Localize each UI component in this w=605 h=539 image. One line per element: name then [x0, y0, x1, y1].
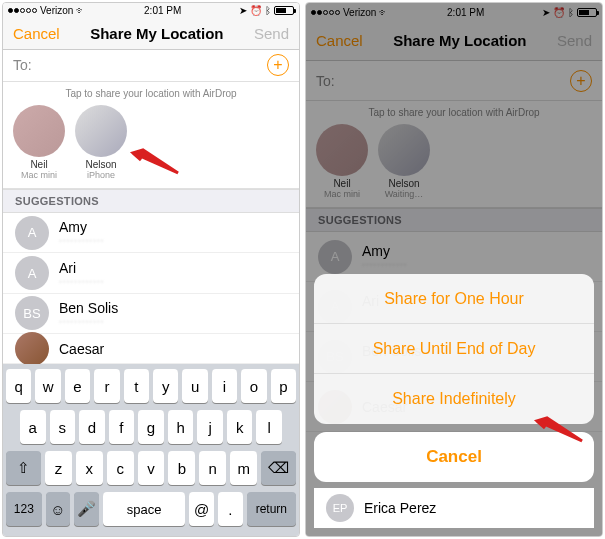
- key-k[interactable]: k: [227, 410, 253, 444]
- contact-row[interactable]: BS Ben Solis············: [3, 294, 299, 334]
- key-j[interactable]: j: [197, 410, 223, 444]
- key-v[interactable]: v: [138, 451, 165, 485]
- bluetooth-icon: ᛒ: [568, 7, 574, 18]
- key-shift[interactable]: ⇧: [6, 451, 41, 485]
- clock-label: 2:01 PM: [447, 7, 484, 18]
- key-e[interactable]: e: [65, 369, 90, 403]
- share-one-hour-button[interactable]: Share for One Hour: [314, 274, 594, 324]
- airdrop-name: Neil: [316, 178, 368, 189]
- alarm-icon: ⏰: [250, 5, 262, 16]
- status-bar: Verizon ᯤ 2:01 PM ➤ ⏰ ᛒ: [3, 3, 299, 17]
- key-mic[interactable]: 🎤: [74, 492, 99, 526]
- key-z[interactable]: z: [45, 451, 72, 485]
- key-r[interactable]: r: [94, 369, 119, 403]
- nav-bar: Cancel Share My Location Send: [306, 21, 602, 61]
- avatar: [13, 105, 65, 157]
- key-space[interactable]: space: [103, 492, 185, 526]
- wifi-icon: ᯤ: [76, 5, 86, 16]
- key-u[interactable]: u: [182, 369, 207, 403]
- key-x[interactable]: x: [76, 451, 103, 485]
- cancel-button[interactable]: Cancel: [316, 32, 363, 49]
- key-q[interactable]: q: [6, 369, 31, 403]
- airdrop-hint: Tap to share your location with AirDrop: [3, 88, 299, 99]
- key-emoji[interactable]: ☺: [46, 492, 71, 526]
- key-s[interactable]: s: [50, 410, 76, 444]
- wifi-icon: ᯤ: [379, 7, 389, 18]
- screenshot-left: Verizon ᯤ 2:01 PM ➤ ⏰ ᛒ Cancel Share My …: [2, 2, 300, 537]
- avatar: A: [15, 216, 49, 250]
- contact-name: Ari: [59, 260, 104, 276]
- to-row[interactable]: To: +: [3, 50, 299, 82]
- clock-label: 2:01 PM: [144, 5, 181, 16]
- contact-row[interactable]: Caesar: [3, 334, 299, 364]
- to-input[interactable]: [37, 57, 267, 73]
- avatar: [15, 332, 49, 366]
- carrier-label: Verizon: [343, 7, 376, 18]
- add-contact-button[interactable]: +: [570, 70, 592, 92]
- contact-name: Amy: [362, 243, 407, 259]
- key-c[interactable]: c: [107, 451, 134, 485]
- airdrop-name: Neil: [13, 159, 65, 170]
- bluetooth-icon: ᛒ: [265, 5, 271, 16]
- key-h[interactable]: h: [168, 410, 194, 444]
- avatar: BS: [15, 296, 49, 330]
- action-sheet: Share for One Hour Share Until End of Da…: [306, 266, 602, 536]
- contact-name: Erica Perez: [364, 500, 436, 516]
- key-o[interactable]: o: [241, 369, 266, 403]
- screenshot-right: Verizon ᯤ 2:01 PM ➤ ⏰ ᛒ Cancel Share My …: [305, 2, 603, 537]
- key-m[interactable]: m: [230, 451, 257, 485]
- send-button[interactable]: Send: [254, 25, 289, 42]
- key-return[interactable]: return: [247, 492, 296, 526]
- cancel-button[interactable]: Cancel: [13, 25, 60, 42]
- key-numbers[interactable]: 123: [6, 492, 42, 526]
- airdrop-contact[interactable]: Nelson iPhone: [75, 105, 127, 180]
- airdrop-device: Mac mini: [316, 189, 368, 199]
- key-dot[interactable]: .: [218, 492, 243, 526]
- contact-name: Ben Solis: [59, 300, 118, 316]
- key-n[interactable]: n: [199, 451, 226, 485]
- contact-name: Caesar: [59, 341, 104, 357]
- battery-icon: [577, 8, 597, 17]
- avatar: [378, 124, 430, 176]
- alarm-icon: ⏰: [553, 7, 565, 18]
- battery-icon: [274, 6, 294, 15]
- key-at[interactable]: @: [189, 492, 214, 526]
- contact-name: Amy: [59, 219, 104, 235]
- add-contact-button[interactable]: +: [267, 54, 289, 76]
- to-row[interactable]: To: +: [306, 61, 602, 101]
- airdrop-device: Waiting…: [378, 189, 430, 199]
- nav-bar: Cancel Share My Location Send: [3, 17, 299, 49]
- airdrop-name: Nelson: [75, 159, 127, 170]
- key-a[interactable]: a: [20, 410, 46, 444]
- location-icon: ➤: [239, 5, 247, 16]
- key-t[interactable]: t: [124, 369, 149, 403]
- key-y[interactable]: y: [153, 369, 178, 403]
- airdrop-contact[interactable]: Neil Mac mini: [316, 124, 368, 199]
- key-w[interactable]: w: [35, 369, 60, 403]
- airdrop-name: Nelson: [378, 178, 430, 189]
- airdrop-contact[interactable]: Nelson Waiting…: [378, 124, 430, 199]
- contact-detail: ············: [59, 276, 104, 287]
- avatar: [75, 105, 127, 157]
- location-icon: ➤: [542, 7, 550, 18]
- to-input[interactable]: [340, 73, 570, 89]
- send-button[interactable]: Send: [557, 32, 592, 49]
- contact-row[interactable]: A Ari············: [3, 253, 299, 293]
- key-delete[interactable]: ⌫: [261, 451, 296, 485]
- key-p[interactable]: p: [271, 369, 296, 403]
- airdrop-contact[interactable]: Neil Mac mini: [13, 105, 65, 180]
- share-end-of-day-button[interactable]: Share Until End of Day: [314, 324, 594, 374]
- key-f[interactable]: f: [109, 410, 135, 444]
- key-g[interactable]: g: [138, 410, 164, 444]
- contact-row[interactable]: A Amy············: [3, 213, 299, 253]
- key-d[interactable]: d: [79, 410, 105, 444]
- status-bar: Verizon ᯤ 2:01 PM ➤ ⏰ ᛒ: [306, 3, 602, 21]
- avatar: A: [15, 256, 49, 290]
- key-l[interactable]: l: [256, 410, 282, 444]
- key-b[interactable]: b: [168, 451, 195, 485]
- to-label: To:: [13, 57, 32, 73]
- suggestions-header: SUGGESTIONS: [3, 189, 299, 213]
- airdrop-device: iPhone: [75, 170, 127, 180]
- avatar: [316, 124, 368, 176]
- key-i[interactable]: i: [212, 369, 237, 403]
